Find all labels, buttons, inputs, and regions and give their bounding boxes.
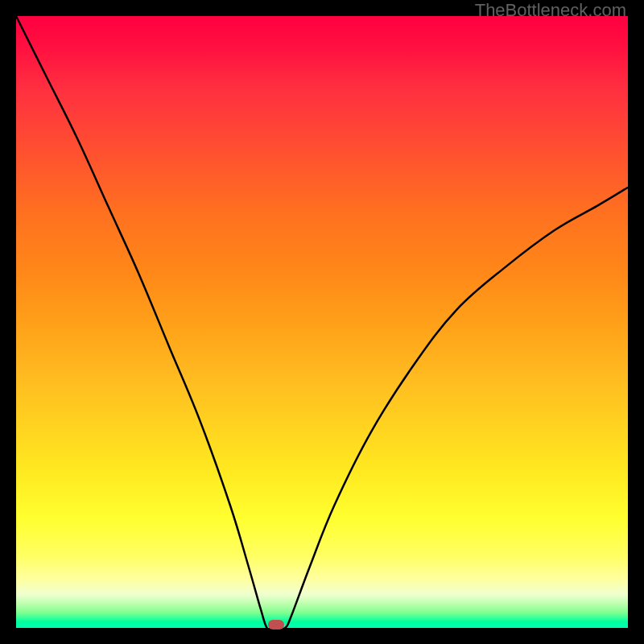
watermark-text: TheBottleneck.com	[475, 0, 626, 21]
chart-container: TheBottleneck.com	[0, 0, 644, 644]
bottleneck-curve	[16, 16, 628, 628]
optimal-point-marker	[268, 620, 284, 630]
plot-area	[16, 16, 628, 628]
